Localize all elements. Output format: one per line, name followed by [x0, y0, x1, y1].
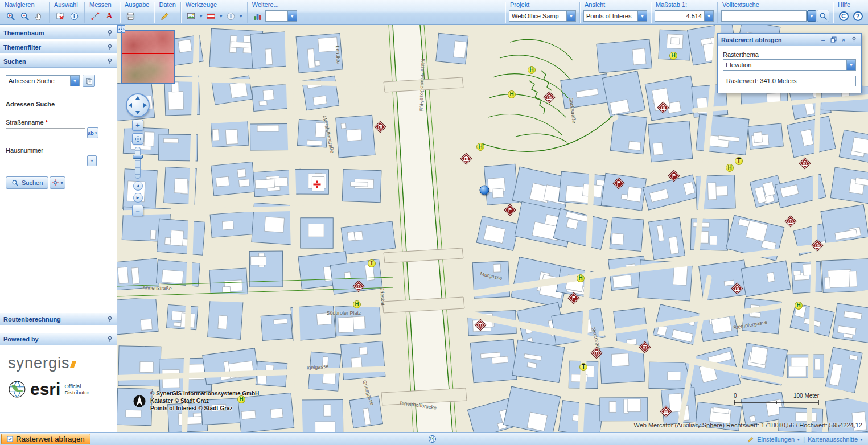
search-button[interactable]: Suchen [6, 176, 48, 189]
house-number-dropdown[interactable]: ▼ [87, 155, 97, 166]
poi-hotel-marker[interactable]: H [508, 90, 516, 98]
map-viewport[interactable]: Kaiser-Franz-Josef-KaiLendkaiMariahilfer… [117, 25, 868, 432]
kartenausschnitte-menu[interactable]: Kartenausschnitte▼ [808, 436, 863, 443]
poi-museum-marker[interactable] [353, 281, 364, 292]
poi-museum-marker[interactable] [475, 320, 486, 331]
poi-museum-marker[interactable] [591, 348, 602, 359]
measure-area-button[interactable]: A [102, 9, 116, 23]
poi-flag-marker[interactable] [669, 171, 680, 182]
chevron-down-icon[interactable]: ▼ [238, 10, 244, 22]
poi-flag-marker[interactable] [614, 178, 624, 189]
duplicate-search-button[interactable] [83, 75, 95, 87]
active-tool-button[interactable]: Rasterwert abfragen [1, 434, 90, 444]
chevron-down-icon[interactable]: ▼ [807, 10, 816, 22]
zoom-slider[interactable] [135, 147, 141, 179]
pan-button[interactable] [32, 9, 46, 23]
pin-icon[interactable] [106, 316, 113, 323]
poi-museum-marker[interactable] [732, 283, 743, 294]
poi-hotel-marker[interactable]: H [528, 66, 536, 74]
fulltext-search-button[interactable] [817, 10, 829, 22]
house-number-input[interactable] [6, 156, 85, 166]
projekt-select[interactable]: WebOffice Samp ▼ [509, 10, 576, 22]
chevron-down-icon[interactable]: ▼ [287, 11, 297, 21]
poi-flag-marker[interactable] [505, 205, 516, 216]
select-info-button[interactable] [67, 9, 81, 23]
clear-selection-button[interactable] [53, 9, 67, 23]
poi-museum-marker[interactable] [658, 102, 669, 113]
poi-museum-marker[interactable] [640, 342, 651, 353]
poi-museum-marker[interactable] [785, 216, 796, 227]
poi-hotel-marker[interactable]: H [669, 52, 677, 60]
measure-distance-button[interactable] [88, 9, 102, 23]
pan-west-icon[interactable] [129, 103, 132, 108]
pin-icon[interactable] [106, 336, 113, 343]
chevron-down-icon[interactable]: ▼ [846, 60, 855, 70]
sidebar-panel-suchen[interactable]: Suchen [0, 55, 117, 68]
zoom-out-button[interactable] [18, 9, 31, 23]
help-button[interactable]: ? [851, 9, 865, 23]
massstab-select[interactable]: 4.514 ▼ [655, 10, 714, 22]
pencil-icon[interactable] [747, 436, 754, 443]
chevron-down-icon[interactable]: ▼ [566, 11, 575, 21]
pin-icon[interactable] [106, 44, 113, 51]
poi-museum-marker[interactable] [461, 154, 472, 164]
pan-compass[interactable] [126, 93, 150, 117]
chevron-down-icon[interactable]: ▼ [637, 11, 647, 21]
poi-hotel-marker[interactable]: H [795, 302, 803, 310]
overview-map[interactable] [121, 30, 175, 84]
minimize-button[interactable]: – [819, 36, 827, 44]
einstellungen-menu[interactable]: Einstellungen▼ [757, 436, 800, 443]
map-zoom-out-button[interactable]: − [132, 205, 143, 216]
poi-hotel-marker[interactable]: H [577, 274, 585, 282]
zoom-to-result-button[interactable]: ▼ [50, 176, 65, 189]
previous-extent-button[interactable]: ◄ [133, 181, 143, 191]
poi-hotel-marker[interactable]: H [353, 300, 361, 308]
chevron-down-icon[interactable]: ▼ [219, 10, 224, 22]
volltextsuche-input[interactable] [721, 10, 807, 22]
synergis-logo[interactable]: synergis [8, 355, 109, 372]
map-zoom-in-button[interactable]: + [132, 120, 143, 131]
poi-museum-marker[interactable] [800, 158, 811, 169]
poi-pin-marker[interactable] [480, 186, 489, 195]
pin-icon[interactable] [106, 30, 113, 36]
poi-taxi-marker[interactable]: T [735, 157, 743, 165]
chevron-down-icon[interactable]: ▼ [70, 76, 79, 86]
pin-icon[interactable] [850, 36, 858, 44]
poi-museum-marker[interactable] [661, 406, 672, 417]
poi-flag-marker[interactable] [569, 293, 579, 304]
object-info-button[interactable] [224, 9, 238, 23]
sidebar-panel-routenberechnung[interactable]: Routenberechnung [0, 312, 117, 325]
chart-tool-button[interactable] [251, 9, 265, 23]
export-image-button[interactable] [184, 9, 198, 23]
edit-data-button[interactable] [158, 9, 171, 23]
esri-logo[interactable]: esri OfficialDistributor [8, 380, 109, 398]
poi-hotel-marker[interactable]: H [476, 143, 484, 151]
poi-museum-marker[interactable] [812, 240, 823, 251]
overview-move-icon[interactable] [117, 25, 125, 33]
reload-button[interactable]: C [837, 9, 850, 23]
street-input[interactable] [6, 128, 85, 138]
poi-cross-marker[interactable] [313, 180, 322, 189]
pan-south-icon[interactable] [135, 111, 140, 114]
poi-hotel-marker[interactable]: H [726, 164, 734, 172]
search-type-select[interactable]: Adressen Suche ▼ [6, 75, 80, 86]
poi-taxi-marker[interactable]: T [368, 259, 376, 267]
close-button[interactable]: × [840, 36, 848, 44]
pan-north-icon[interactable] [135, 96, 140, 100]
pan-east-icon[interactable] [143, 103, 147, 108]
sidebar-panel-themenfilter[interactable]: Themenfilter [0, 40, 117, 53]
poi-museum-marker[interactable] [544, 92, 555, 103]
restore-button[interactable] [829, 36, 837, 44]
sort-ab-button[interactable]: ab▼ [87, 127, 98, 138]
sidebar-panel-themenbaum[interactable]: Themenbaum [0, 26, 117, 39]
sidebar-panel-powered-by[interactable]: Powered by [0, 332, 117, 345]
chevron-down-icon[interactable]: ▼ [199, 10, 204, 22]
weitere-select[interactable]: ▼ [265, 10, 297, 22]
next-extent-button[interactable]: ► [133, 193, 143, 203]
ansicht-select[interactable]: Points of Interes ▼ [583, 10, 647, 22]
zoom-in-button[interactable] [3, 9, 17, 23]
globe-icon[interactable] [428, 435, 437, 444]
raster-panel-titlebar[interactable]: Rasterwert abfragen – × [718, 34, 861, 46]
zoom-slider-handle[interactable] [133, 155, 143, 159]
chevron-down-icon[interactable]: ▼ [704, 11, 713, 21]
